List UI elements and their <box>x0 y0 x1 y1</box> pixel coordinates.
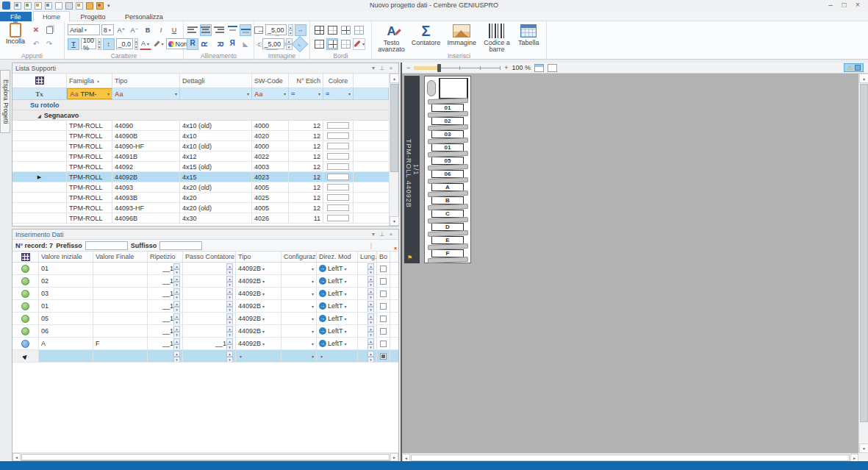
tipo-select[interactable]: 44092B <box>236 288 281 299</box>
v-spacing-input[interactable]: _5,00 <box>262 38 284 49</box>
mirror-icon[interactable]: R <box>226 38 238 50</box>
border-color-icon[interactable] <box>354 40 360 47</box>
align-left-icon[interactable] <box>187 26 198 34</box>
bold-button[interactable]: B <box>142 24 154 36</box>
spinner[interactable] <box>226 263 233 274</box>
grid-selector-icon[interactable] <box>21 253 30 261</box>
checkbox[interactable] <box>380 266 387 272</box>
tipo-select[interactable]: 44092B <box>236 313 281 324</box>
color-swatch[interactable] <box>327 143 349 149</box>
data-row[interactable]: 02 __1 44092B →LeftT <box>12 275 398 288</box>
col-dettagli[interactable]: Dettagli <box>180 74 252 88</box>
checkbox[interactable] <box>380 291 387 297</box>
checkbox[interactable] <box>380 278 387 285</box>
spinner[interactable] <box>173 288 180 299</box>
col-famiglia[interactable]: Famiglia▴ <box>67 74 112 88</box>
tipo-select[interactable]: 44092B <box>236 325 281 337</box>
border-box-icon[interactable] <box>315 40 324 49</box>
table-row[interactable]: TPM-ROLL 44090B 4x10 4020 12 <box>12 131 389 141</box>
insert-table-button[interactable]: Tabella <box>514 21 543 56</box>
underline-button[interactable]: U <box>168 24 180 36</box>
table-row[interactable]: TPM-ROLL 44092 4x15 (old) 4003 12 <box>12 162 389 172</box>
tab-progetto[interactable]: Progetto <box>72 12 115 22</box>
label-cell[interactable]: 01 <box>431 143 464 152</box>
copy-icon[interactable] <box>46 26 53 34</box>
label-cell[interactable]: 05 <box>431 157 464 165</box>
pen-style-button[interactable] <box>153 38 165 50</box>
config-select[interactable] <box>281 275 317 287</box>
table-row[interactable]: TPM-ROLL 44093 4x20 (old) 4005 12 <box>12 182 389 193</box>
border-clear-icon[interactable] <box>341 40 351 49</box>
rotate-90-icon[interactable]: R <box>200 38 212 50</box>
color-swatch[interactable] <box>327 184 349 191</box>
spinner[interactable] <box>226 338 233 349</box>
border-none-icon[interactable] <box>354 26 364 35</box>
insert-barcode-button[interactable]: Codice a barre <box>480 21 514 56</box>
spacing-spinner[interactable] <box>134 38 138 49</box>
spinner[interactable] <box>367 338 374 349</box>
direction-select[interactable]: →LeftT <box>317 288 358 299</box>
table-row[interactable]: TPM-ROLL 44096B 4x30 4026 11 <box>12 213 389 224</box>
config-select[interactable] <box>281 313 317 324</box>
data-row[interactable]: 01 __1 44092B →LeftT <box>12 300 398 313</box>
spinner[interactable] <box>173 326 180 337</box>
shrink-font-button[interactable]: A⁻ <box>129 24 140 36</box>
scroll-down-icon[interactable]: ▾ <box>859 444 868 453</box>
direction-select[interactable]: →LeftT <box>317 338 358 349</box>
explorer-dock-tab[interactable]: Esplora Progetti <box>0 70 10 133</box>
h-spacing-spinner[interactable] <box>288 24 293 35</box>
tab-file[interactable]: File <box>0 12 32 22</box>
direction-select[interactable]: →LeftT <box>317 263 358 274</box>
pin-icon[interactable]: ⊥ <box>378 65 387 71</box>
font-color-button[interactable]: A <box>140 38 151 50</box>
table-row[interactable]: TPM-ROLL 44093B 4x20 4025 12 <box>12 193 389 203</box>
data-row[interactable]: A F __1 __1 44092B →LeftT <box>12 338 398 350</box>
align-middle-icon[interactable] <box>241 26 251 34</box>
cut-icon[interactable]: ✕ <box>30 24 42 36</box>
filter-colore[interactable]: =▾ <box>323 88 354 99</box>
rotate-270-icon[interactable]: R <box>213 38 225 50</box>
col-valore-iniziale[interactable]: Valore Iniziale <box>39 252 93 262</box>
grow-font-button[interactable]: A⁺ <box>115 24 127 36</box>
tab-personalizza[interactable]: Personalizza <box>116 12 172 22</box>
zoom-in-icon[interactable]: + <box>504 64 508 71</box>
fit-page-icon[interactable] <box>534 64 544 72</box>
table-row-selected[interactable]: ▶ TPM-ROLL 44092B 4x15 4023 12 <box>12 172 389 182</box>
group-row-segnacavo[interactable]: ◢Segnacavo <box>12 110 389 121</box>
spinner[interactable] <box>367 351 374 362</box>
insert-image-button[interactable]: Immagine <box>444 21 480 56</box>
scroll-up-icon[interactable]: ▴ <box>859 74 868 83</box>
spinner[interactable] <box>173 338 180 349</box>
col-sw-code[interactable]: SW-Code <box>252 74 289 88</box>
tipo-select[interactable]: 44092B <box>236 300 281 312</box>
col-direzione[interactable]: Direz. Mod <box>317 252 358 262</box>
col-valore-finale[interactable]: Valore Finale <box>93 252 148 262</box>
border-all-icon[interactable] <box>315 26 324 35</box>
expand-icon[interactable]: ◢ <box>37 114 41 118</box>
panel-menu-icon[interactable]: ▾ <box>369 231 378 238</box>
prefisso-input[interactable] <box>85 241 128 250</box>
col-tipo[interactable]: Tipo <box>236 252 281 262</box>
fit-both-icon[interactable]: ↔ <box>295 24 306 36</box>
filter-dettagli[interactable]: ▾ <box>180 88 252 99</box>
label-cell[interactable]: D <box>431 223 464 231</box>
spinner[interactable] <box>173 313 180 324</box>
close-panel-icon[interactable]: × <box>387 231 395 238</box>
col-configurazione[interactable]: Configurazior <box>281 252 317 262</box>
scroll-down-icon[interactable]: ▾ <box>390 216 399 226</box>
scroll-thumb[interactable] <box>411 455 850 461</box>
tipo-select[interactable]: 44092B <box>236 263 281 274</box>
config-select[interactable] <box>281 350 317 362</box>
shear-up-icon[interactable]: ◣ <box>240 38 251 50</box>
label-cell[interactable]: B <box>431 196 464 204</box>
filter-n-etich[interactable]: =▾ <box>289 88 323 99</box>
restore-button[interactable]: □ <box>838 1 850 9</box>
align-top-icon[interactable] <box>228 26 237 34</box>
preview-vertical-scrollbar[interactable]: ▴ ▾ <box>858 74 868 453</box>
apply-filter-icon[interactable] <box>375 242 384 249</box>
tab-home[interactable]: Home <box>33 11 70 21</box>
zoom-slider[interactable] <box>414 64 501 72</box>
color-swatch[interactable] <box>327 163 349 170</box>
border-outer-icon[interactable] <box>328 26 337 35</box>
spinner[interactable] <box>226 313 233 324</box>
